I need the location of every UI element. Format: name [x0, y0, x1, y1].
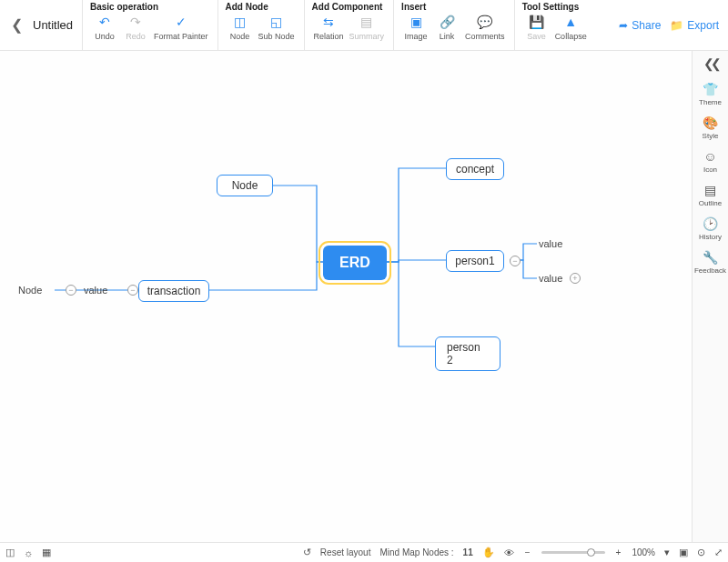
insert-comments-button[interactable]: 💬Comments: [463, 14, 507, 41]
leaf-value-label[interactable]: value: [84, 285, 107, 296]
outline-panel-button[interactable]: ▤Outline: [693, 179, 728, 211]
style-panel-button[interactable]: 🎨Style: [693, 112, 728, 144]
feedback-icon: 🔧: [703, 250, 718, 265]
zoom-dropdown-icon[interactable]: ▾: [664, 547, 670, 558]
save-icon: 💾: [529, 14, 545, 30]
comments-icon: 💬: [477, 14, 493, 30]
ribbon-tool-settings: Tool Settings 💾Save ▲Collapse: [514, 0, 596, 50]
collapse-toggle-person1[interactable]: −: [510, 256, 521, 266]
mindmap-canvas[interactable]: ERD Node transaction − Node − value conc…: [0, 51, 692, 542]
ribbon-title-add-component: Add Component: [312, 2, 387, 14]
nodes-count-label: Mind Map Nodes :: [379, 547, 453, 557]
node-person2[interactable]: person 2: [435, 336, 500, 371]
share-button[interactable]: ➦Share: [619, 19, 661, 32]
summary-icon: ▤: [359, 14, 375, 30]
ribbon-add-component: Add Component ⇆Relation ▤Summary: [304, 0, 394, 50]
node-person1[interactable]: person1: [446, 250, 504, 272]
back-button[interactable]: ❮: [5, 16, 27, 34]
presentation-mode-icon[interactable]: ◫: [5, 547, 15, 558]
ribbon-insert: Insert ▣Image 🔗Link 💬Comments: [393, 0, 514, 50]
collapse-toggle-left[interactable]: −: [66, 285, 76, 296]
feedback-panel-button[interactable]: 🔧Feedback: [693, 246, 728, 278]
leaf-node-label[interactable]: Node: [18, 285, 42, 296]
format-painter-icon: ✓: [173, 14, 189, 30]
fit-to-screen-icon[interactable]: ▣: [679, 547, 688, 558]
link-icon: 🔗: [439, 14, 455, 30]
document-title[interactable]: Untitled: [27, 18, 82, 32]
ribbon-add-node: Add Node ◫Node ◱Sub Node: [217, 0, 304, 50]
ribbon-basic-operation: Basic operation ↶Undo ↷Redo ✓Format Pain…: [82, 0, 217, 50]
icon-panel-button[interactable]: ☺Icon: [693, 146, 728, 177]
center-view-icon[interactable]: ⊙: [697, 547, 705, 558]
outline-icon: ▤: [704, 183, 716, 197]
zoom-slider-knob[interactable]: [587, 548, 595, 557]
collapse-toggle-transaction[interactable]: −: [127, 285, 138, 296]
ribbon-title-add-node: Add Node: [226, 2, 297, 14]
status-bar: ◫ ☼ ▦ ↺ Reset layout Mind Map Nodes : 11…: [0, 542, 728, 562]
relation-button[interactable]: ⇆Relation: [312, 14, 346, 41]
leaf-person1-value1[interactable]: value: [539, 238, 562, 249]
node-concept[interactable]: concept: [446, 158, 504, 180]
zoom-out-button[interactable]: −: [523, 547, 532, 557]
insert-link-button[interactable]: 🔗Link: [432, 14, 461, 41]
insert-image-button[interactable]: ▣Image: [401, 14, 430, 41]
theme-panel-button[interactable]: 👕Theme: [693, 78, 728, 110]
right-sidebar: ❮❮ 👕Theme 🎨Style ☺Icon ▤Outline 🕑History…: [692, 51, 728, 542]
fullscreen-icon[interactable]: ⤢: [714, 547, 723, 558]
ribbon-title-tool: Tool Settings: [522, 2, 589, 14]
undo-icon: ↶: [96, 14, 113, 30]
dark-mode-icon[interactable]: ☼: [24, 547, 33, 558]
add-sibling-button[interactable]: +: [570, 273, 581, 284]
add-node-button[interactable]: ◫Node: [226, 14, 255, 41]
smiley-icon: ☺: [703, 149, 716, 164]
ribbon-title-insert: Insert: [401, 2, 507, 14]
sidebar-collapse-button[interactable]: ❮❮: [703, 56, 718, 76]
reset-layout-button[interactable]: Reset layout: [320, 547, 371, 557]
share-icon: ➦: [619, 19, 628, 32]
root-node-erd[interactable]: ERD: [323, 246, 387, 280]
node-transaction[interactable]: transaction: [138, 280, 209, 302]
eye-preview-icon[interactable]: 👁: [504, 547, 514, 558]
collapse-icon: ▲: [562, 14, 579, 30]
image-icon: ▣: [408, 14, 424, 30]
reset-layout-icon: ↺: [303, 547, 311, 558]
zoom-percent: 100%: [632, 547, 655, 557]
zoom-slider[interactable]: [541, 551, 605, 554]
zoom-in-button[interactable]: +: [614, 547, 623, 557]
header-actions: ➦Share 📁Export: [619, 19, 728, 32]
node-icon: ◫: [232, 14, 248, 30]
export-button[interactable]: 📁Export: [670, 19, 719, 32]
relation-icon: ⇆: [320, 14, 337, 30]
export-icon: 📁: [670, 19, 683, 32]
format-painter-button[interactable]: ✓Format Painter: [152, 14, 210, 41]
add-subnode-button[interactable]: ◱Sub Node: [257, 14, 297, 41]
theme-icon: 👕: [703, 82, 718, 96]
summary-button[interactable]: ▤Summary: [348, 14, 387, 41]
undo-button[interactable]: ↶Undo: [90, 14, 119, 41]
style-icon: 🎨: [703, 115, 718, 130]
redo-icon: ↷: [127, 14, 144, 30]
connector-layer: [0, 51, 692, 542]
history-icon: 🕑: [703, 216, 718, 231]
grid-mode-icon[interactable]: ▦: [42, 547, 51, 558]
subnode-icon: ◱: [268, 14, 285, 30]
node-node[interactable]: Node: [217, 175, 273, 196]
collapse-button[interactable]: ▲Collapse: [553, 14, 589, 41]
leaf-person1-value2[interactable]: value: [539, 273, 562, 284]
history-panel-button[interactable]: 🕑History: [693, 213, 728, 245]
ribbon-title-basic: Basic operation: [90, 2, 210, 14]
nodes-count-value: 11: [463, 547, 473, 557]
app-header: ❮ Untitled Basic operation ↶Undo ↷Redo ✓…: [0, 0, 728, 51]
save-button[interactable]: 💾Save: [522, 14, 551, 41]
hand-tool-icon[interactable]: ✋: [482, 547, 495, 558]
redo-button[interactable]: ↷Redo: [121, 14, 150, 41]
